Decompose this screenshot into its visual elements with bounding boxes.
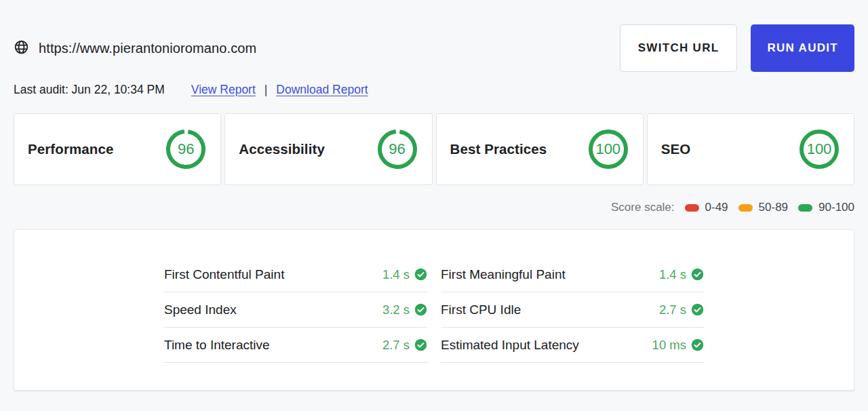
check-circle-icon	[414, 268, 427, 281]
metric-row-estimated-input-latency: Estimated Input Latency 10 ms	[441, 328, 704, 363]
report-links: View Report | Download Report	[191, 83, 368, 97]
check-circle-icon	[414, 338, 427, 351]
metric-label: Estimated Input Latency	[441, 338, 579, 353]
toolbar-actions: SWITCH URL RUN AUDIT	[620, 24, 854, 72]
audited-url: https://www.pierantonioromano.com	[14, 39, 256, 58]
orange-pill-icon	[738, 204, 753, 212]
score-card-best-practices: Best Practices 100	[436, 113, 644, 185]
last-audit-text: Last audit: Jun 22, 10:34 PM	[14, 83, 165, 97]
metric-label: First Contentful Paint	[164, 267, 284, 282]
metric-value-text: 10 ms	[652, 338, 686, 353]
metric-value-text: 3.2 s	[382, 302, 410, 317]
score-cards: Performance 96 Accessibility 96 Best Pra…	[14, 113, 854, 185]
metric-value: 3.2 s	[382, 302, 427, 317]
globe-icon	[14, 39, 29, 58]
metric-value: 2.7 s	[659, 302, 704, 317]
check-circle-icon	[414, 303, 427, 316]
view-report-link[interactable]: View Report	[191, 83, 256, 97]
last-audit-row: Last audit: Jun 22, 10:34 PM View Report…	[14, 83, 854, 97]
metric-row-first-cpu-idle: First CPU Idle 2.7 s	[441, 292, 704, 328]
metric-value-text: 1.4 s	[382, 267, 410, 282]
metric-label: Speed Index	[164, 302, 237, 317]
score-card-performance: Performance 96	[14, 113, 221, 185]
metric-label: Time to Interactive	[164, 338, 270, 353]
metric-label: First CPU Idle	[441, 302, 521, 317]
score-card-label: Best Practices	[450, 141, 547, 157]
score-gauge: 96	[376, 128, 418, 170]
metric-value: 1.4 s	[659, 267, 704, 282]
switch-url-button[interactable]: SWITCH URL	[620, 24, 738, 72]
green-pill-icon	[798, 204, 812, 212]
check-circle-icon	[691, 268, 704, 281]
metric-value-text: 2.7 s	[659, 302, 686, 317]
score-card-label: SEO	[661, 141, 691, 157]
metrics-column-right: First Meaningful Paint 1.4 s First CPU I…	[441, 257, 704, 363]
red-pill-icon	[685, 204, 699, 212]
download-report-link[interactable]: Download Report	[276, 83, 368, 97]
check-circle-icon	[691, 338, 704, 351]
metrics-column-left: First Contentful Paint 1.4 s Speed Index…	[164, 257, 427, 363]
legend-range-text: 50-89	[759, 201, 788, 214]
score-scale-legend: Score scale: 0-49 50-89 90-100	[14, 201, 854, 214]
toolbar: https://www.pierantonioromano.com SWITCH…	[14, 24, 854, 72]
metrics-table: First Contentful Paint 1.4 s Speed Index…	[164, 257, 704, 363]
run-audit-button[interactable]: RUN AUDIT	[751, 24, 854, 72]
metric-label: First Meaningful Paint	[441, 267, 566, 282]
score-number: 100	[587, 128, 629, 170]
score-card-accessibility: Accessibility 96	[224, 113, 432, 185]
page: https://www.pierantonioromano.com SWITCH…	[0, 24, 868, 391]
score-number: 100	[798, 128, 840, 170]
metric-value: 1.4 s	[382, 267, 427, 282]
legend-item-0-49: 0-49	[685, 201, 728, 214]
metrics-card: First Contentful Paint 1.4 s Speed Index…	[14, 229, 854, 391]
score-card-label: Accessibility	[239, 141, 325, 157]
metric-row-speed-index: Speed Index 3.2 s	[164, 292, 427, 328]
metric-value: 10 ms	[652, 338, 704, 353]
metric-row-first-contentful-paint: First Contentful Paint 1.4 s	[164, 257, 427, 292]
legend-item-90-100: 90-100	[798, 201, 854, 214]
check-circle-icon	[691, 303, 704, 316]
score-gauge: 100	[587, 128, 629, 170]
url-text: https://www.pierantonioromano.com	[39, 41, 256, 56]
score-gauge: 100	[798, 128, 840, 170]
metric-value: 2.7 s	[382, 338, 427, 353]
score-card-seo: SEO 100	[647, 113, 854, 185]
legend-item-50-89: 50-89	[738, 201, 788, 214]
link-separator: |	[264, 83, 268, 97]
score-scale-label: Score scale:	[611, 201, 675, 214]
legend-range-text: 0-49	[705, 201, 728, 214]
legend-range-text: 90-100	[818, 201, 854, 214]
metric-row-time-to-interactive: Time to Interactive 2.7 s	[164, 328, 427, 363]
score-number: 96	[165, 128, 207, 170]
metric-row-first-meaningful-paint: First Meaningful Paint 1.4 s	[441, 257, 704, 292]
metric-value-text: 1.4 s	[659, 267, 686, 282]
score-gauge: 96	[165, 128, 207, 170]
score-card-label: Performance	[28, 141, 113, 157]
score-number: 96	[376, 128, 418, 170]
metric-value-text: 2.7 s	[382, 338, 410, 353]
